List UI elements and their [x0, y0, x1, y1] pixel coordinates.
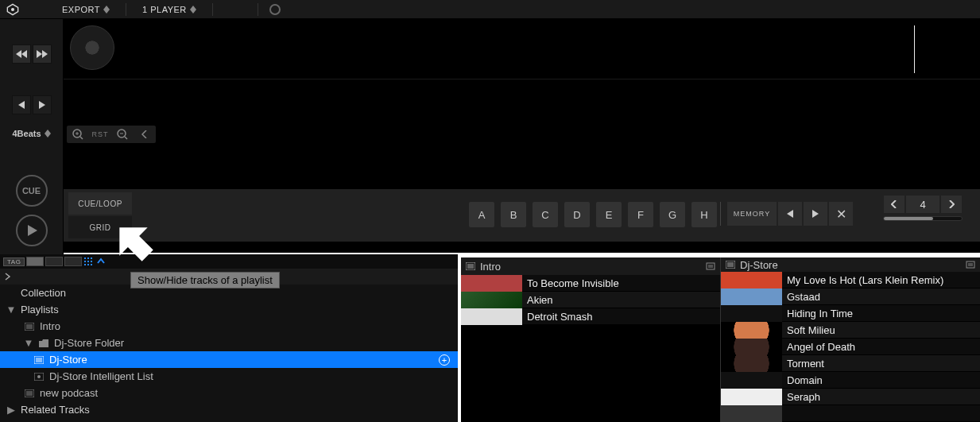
track-row[interactable]: To Become Invisible	[461, 275, 720, 292]
hotcue-h[interactable]: H	[691, 202, 717, 227]
cue-button[interactable]: CUE	[16, 175, 48, 207]
memory-next-button[interactable]	[804, 202, 827, 226]
svg-marker-11	[39, 101, 45, 109]
play-button[interactable]	[16, 215, 48, 246]
track-row[interactable]: Detroit Smash	[461, 308, 720, 325]
tree-item-djstore[interactable]: Dj-Store +	[0, 351, 458, 368]
hotcue-a[interactable]: A	[469, 202, 494, 227]
track-title: My Love Is Hot (Lars Klein Remix)	[782, 274, 980, 286]
skip-back-button[interactable]	[12, 45, 31, 64]
track-row[interactable]: Soft Milieu	[721, 322, 980, 339]
track-title: Akien	[522, 294, 720, 306]
pane-menu-icon[interactable]	[966, 259, 975, 271]
track-title: Domain	[782, 374, 980, 386]
tree-item-newpodcast[interactable]: new podcast	[0, 385, 458, 401]
waveform-back-button[interactable]	[135, 127, 154, 141]
disclosure-triangle-icon[interactable]: ▶	[6, 404, 16, 416]
tab-grid[interactable]: GRID	[68, 216, 132, 238]
zoom-out-button[interactable]	[113, 127, 132, 141]
track-row[interactable]: Torment	[721, 355, 980, 372]
disclosure-triangle-icon[interactable]: ▼	[24, 337, 33, 349]
track-row[interactable]: My Love Is Hot (Lars Klein Remix)	[721, 272, 980, 288]
hotcue-b[interactable]: B	[501, 202, 526, 227]
playlist-icon	[24, 389, 35, 397]
players-dropdown[interactable]: 1 PLAYER	[138, 3, 201, 16]
view-option-2[interactable]	[45, 257, 63, 266]
track-row[interactable]: Hiding In Time	[721, 305, 980, 322]
beatjump-slider[interactable]	[883, 216, 963, 221]
playlist-icon	[33, 356, 45, 364]
track-title: Soft Milieu	[782, 324, 980, 336]
hotcue-e[interactable]: E	[596, 202, 622, 227]
tree-item-intro[interactable]: Intro	[0, 318, 458, 335]
pane-title: Intro	[480, 261, 501, 273]
svg-marker-6	[21, 50, 27, 58]
svg-marker-22	[787, 210, 793, 218]
record-button[interactable]	[269, 4, 281, 15]
track-row[interactable]	[721, 405, 980, 422]
svg-point-1	[11, 8, 14, 11]
pane-header[interactable]: Dj-Store	[721, 257, 980, 272]
track-row[interactable]: Domain	[721, 372, 980, 389]
tree-item-djstore-folder[interactable]: ▼ Dj-Store Folder	[0, 335, 458, 351]
svg-marker-5	[190, 10, 196, 14]
memory-delete-button[interactable]: ✕	[829, 202, 853, 226]
pane-header[interactable]: Intro	[461, 257, 720, 275]
logo-icon	[6, 3, 19, 16]
beatjump-value[interactable]: 4	[906, 196, 939, 213]
add-icon[interactable]: +	[439, 354, 450, 366]
list-view-icon[interactable]	[83, 257, 95, 266]
updown-icon	[45, 130, 51, 137]
track-title: Detroit Smash	[522, 311, 720, 323]
svg-marker-10	[18, 101, 25, 109]
beatjump-forward-button[interactable]	[941, 196, 962, 213]
track-row[interactable]: Gstaad	[721, 288, 980, 305]
players-label: 1 PLAYER	[142, 5, 187, 14]
hotcue-c[interactable]: C	[533, 202, 558, 227]
view-option-1[interactable]	[26, 257, 44, 266]
hotcue-d[interactable]: D	[564, 202, 590, 227]
track-artwork	[721, 288, 782, 305]
waveform-area[interactable]: RST	[64, 79, 980, 189]
svg-marker-7	[16, 50, 21, 58]
track-row[interactable]: Angel of Death	[721, 339, 980, 355]
deck-controls: CUE/LOOP GRID A B C D E F G H MEMORY ✕ 4	[64, 189, 980, 242]
memory-button[interactable]: MEMORY	[727, 202, 777, 226]
nudge-forward-button[interactable]	[33, 95, 52, 114]
memory-prev-button[interactable]	[778, 202, 802, 226]
hotcue-g[interactable]: G	[660, 202, 685, 227]
track-row[interactable]: Seraph	[721, 389, 980, 405]
track-row[interactable]: Akien	[461, 292, 720, 308]
collapse-panes-icon[interactable]	[96, 257, 106, 266]
svg-point-37	[37, 375, 41, 378]
beat-step-selector[interactable]: 4Beats	[12, 129, 50, 138]
track-artwork	[721, 339, 782, 355]
pane-menu-icon[interactable]	[706, 261, 715, 273]
track-artwork	[721, 372, 782, 389]
disclosure-triangle-icon[interactable]: ▼	[6, 304, 16, 316]
hotcue-buttons: A B C D E F G H	[469, 202, 717, 227]
playlist-icon	[726, 259, 735, 271]
x-icon: ✕	[836, 207, 846, 222]
tag-badge[interactable]: TAG	[3, 257, 25, 266]
track-title: Hiding In Time	[782, 308, 980, 319]
zoom-reset-button[interactable]: RST	[91, 127, 110, 141]
zoom-in-button[interactable]	[68, 127, 87, 141]
separator	[258, 3, 258, 16]
tree-playlists[interactable]: ▼ Playlists	[0, 301, 458, 318]
track-artwork	[721, 272, 782, 288]
track-title: Gstaad	[782, 291, 980, 303]
export-dropdown[interactable]: EXPORT	[57, 3, 114, 16]
skip-forward-button[interactable]	[33, 45, 52, 64]
beatjump-back-button[interactable]	[884, 196, 904, 213]
svg-marker-13	[45, 134, 51, 137]
hotcue-f[interactable]: F	[628, 202, 653, 227]
tree-item-djstore-intelligent[interactable]: Dj-Store Intelligent List	[0, 368, 458, 385]
tree-related-tracks[interactable]: ▶ Related Tracks	[0, 401, 458, 418]
tab-cueloop[interactable]: CUE/LOOP	[68, 192, 132, 215]
nudge-back-button[interactable]	[12, 95, 31, 114]
svg-rect-46	[707, 263, 715, 269]
view-option-3[interactable]	[64, 257, 82, 266]
playlist-icon	[24, 323, 35, 331]
separator	[126, 3, 126, 16]
